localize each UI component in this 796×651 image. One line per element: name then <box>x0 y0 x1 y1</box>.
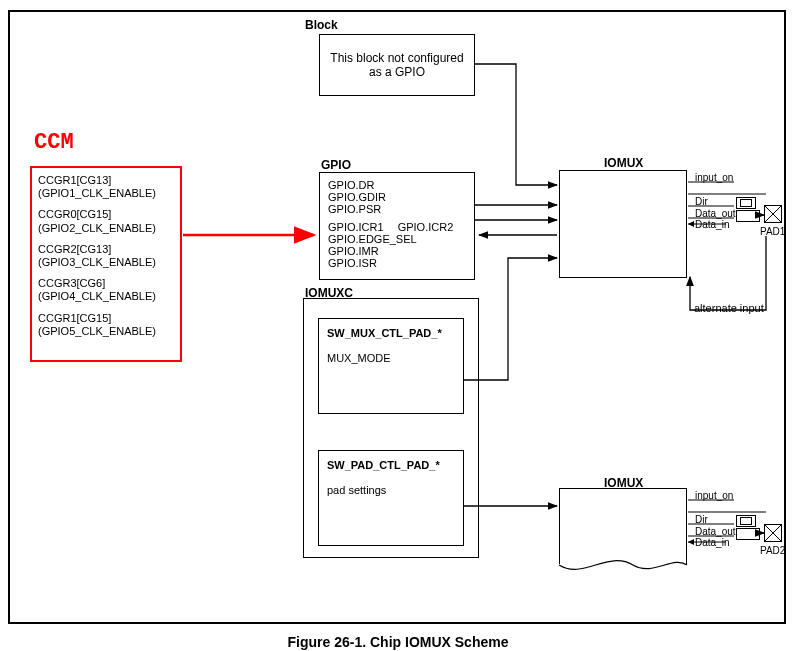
signal-input-on-2: input_on <box>695 490 733 501</box>
signal-input-on-1: input_on <box>695 172 733 183</box>
ccm-desc-1: (GPIO2_CLK_ENABLE) <box>38 222 156 234</box>
pad1-icon <box>764 205 782 223</box>
swpad-body: pad settings <box>327 484 455 497</box>
gpio-dr: GPIO.DR <box>328 179 466 191</box>
signal-data-in-1: Data_in <box>695 219 729 230</box>
pad2-label: PAD2 <box>760 545 785 557</box>
gpio-isr: GPIO.ISR <box>328 257 466 269</box>
pad1-label: PAD1 <box>760 226 785 238</box>
iomux-block-1 <box>559 170 687 278</box>
ccm-reg-3: CCGR3[CG6] <box>38 277 105 289</box>
signal-data-in-2: Data_in <box>695 537 729 548</box>
ccm-desc-4: (GPIO5_CLK_ENABLE) <box>38 325 156 337</box>
pad2-icon <box>764 524 782 542</box>
swmux-title: SW_MUX_CTL_PAD_* <box>327 327 455 340</box>
ccm-desc-2: (GPIO3_CLK_ENABLE) <box>38 256 156 268</box>
block-text: This block not configured as a GPIO <box>324 51 470 79</box>
iomux-block-2 <box>559 488 687 564</box>
signal-dir-1: Dir <box>695 196 708 207</box>
iomux1-title: IOMUX <box>604 156 643 170</box>
ccm-desc-0: (GPIO1_CLK_ENABLE) <box>38 187 156 199</box>
ccm-reg-2: CCGR2[CG13] <box>38 243 111 255</box>
signal-data-out-2: Data_out <box>695 526 736 537</box>
block-misc: This block not configured as a GPIO <box>319 34 475 96</box>
ccm-desc-3: (GPIO4_CLK_ENABLE) <box>38 290 156 302</box>
figure-caption: Figure 26-1. Chip IOMUX Scheme <box>0 634 796 650</box>
gpio-imr: GPIO.IMR <box>328 245 466 257</box>
signal-dir-2: Dir <box>695 514 708 525</box>
ccm-reg-0: CCGR1[CG13] <box>38 174 111 186</box>
gpio-block: GPIO.DR GPIO.GDIR GPIO.PSR GPIO.ICR1GPIO… <box>319 172 475 280</box>
alternate-input-label: alternate input <box>694 302 764 315</box>
gpio-gdir: GPIO.GDIR <box>328 191 466 203</box>
swmux-body: MUX_MODE <box>327 352 455 365</box>
gpio-icr2: GPIO.ICR2 <box>398 221 454 233</box>
gpio-title: GPIO <box>321 158 351 172</box>
ccm-title: CCM <box>34 130 74 155</box>
ccm-reg-1: CCGR0[CG15] <box>38 208 111 220</box>
block-title: Block <box>305 18 338 32</box>
swpad-title: SW_PAD_CTL_PAD_* <box>327 459 455 472</box>
gpio-psr: GPIO.PSR <box>328 203 466 215</box>
signal-data-out-1: Data_out <box>695 208 736 219</box>
ccm-reg-4: CCGR1[CG15] <box>38 312 111 324</box>
gpio-icr1: GPIO.ICR1 <box>328 221 384 233</box>
swmux-block: SW_MUX_CTL_PAD_* MUX_MODE <box>318 318 464 414</box>
ccm-block: CCGR1[CG13](GPIO1_CLK_ENABLE) CCGR0[CG15… <box>30 166 182 362</box>
gpio-edgesel: GPIO.EDGE_SEL <box>328 233 466 245</box>
swpad-block: SW_PAD_CTL_PAD_* pad settings <box>318 450 464 546</box>
